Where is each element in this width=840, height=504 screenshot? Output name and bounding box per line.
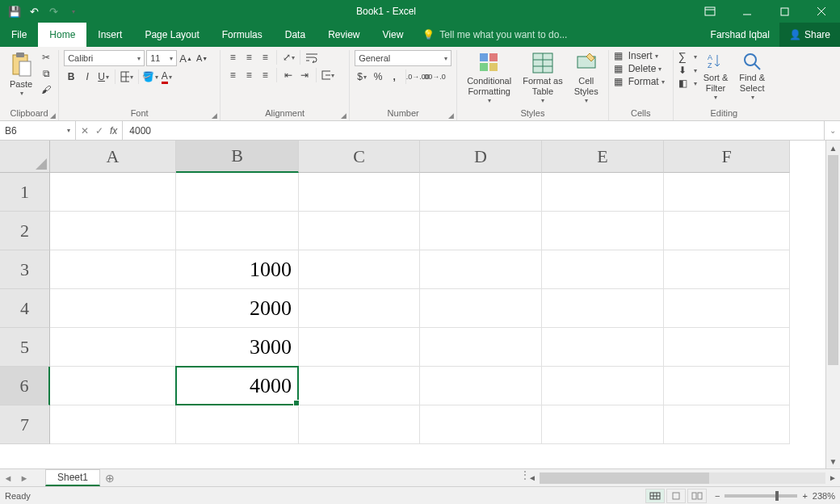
decrease-font-button[interactable]: A▼ [195, 51, 209, 65]
cell[interactable] [50, 328, 176, 367]
number-format-combo[interactable]: General▾ [355, 50, 452, 66]
underline-button[interactable]: U▾ [96, 69, 111, 84]
save-icon[interactable]: 💾 [6, 3, 23, 19]
cell[interactable] [542, 173, 664, 212]
new-sheet-button[interactable]: ⊕ [100, 469, 120, 486]
cell[interactable] [542, 289, 664, 328]
accounting-format-button[interactable]: $▾ [355, 69, 369, 84]
cell[interactable] [50, 289, 176, 328]
ribbon-display-icon[interactable] [691, 0, 729, 23]
align-bottom-button[interactable]: ≡ [258, 50, 272, 65]
cell[interactable]: 2000 [176, 289, 299, 328]
close-icon[interactable] [803, 0, 840, 23]
conditional-formatting-button[interactable]: Conditional Formatting▾ [462, 50, 516, 107]
cell[interactable] [420, 212, 542, 250]
cell[interactable] [420, 250, 542, 289]
cell[interactable] [50, 212, 176, 250]
row-header[interactable]: 5 [0, 328, 50, 367]
cell[interactable] [664, 173, 790, 212]
format-cells-button[interactable]: ▦Format▾ [614, 76, 665, 87]
cell[interactable] [299, 289, 420, 328]
font-size-combo[interactable]: 11▾ [146, 50, 177, 66]
cell[interactable] [664, 250, 790, 289]
fill-button[interactable]: ⬇▾ [678, 65, 697, 76]
column-header[interactable]: D [420, 141, 542, 173]
cell[interactable] [664, 289, 790, 328]
font-name-combo[interactable]: Calibri▾ [64, 50, 145, 66]
cell[interactable] [299, 405, 420, 444]
tab-data[interactable]: Data [274, 23, 317, 47]
cell[interactable] [420, 328, 542, 367]
zoom-out-button[interactable]: − [715, 491, 720, 501]
tab-formulas[interactable]: Formulas [211, 23, 274, 47]
scroll-up-icon[interactable]: ▲ [826, 141, 840, 155]
bold-button[interactable]: B [64, 69, 78, 84]
sort-filter-button[interactable]: AZSort & Filter▾ [699, 50, 733, 103]
sheet-nav-prev-icon[interactable]: ◄ [0, 469, 16, 486]
cell[interactable]: 3000 [176, 328, 299, 367]
row-header[interactable]: 2 [0, 212, 50, 250]
cell[interactable] [420, 367, 542, 405]
cell[interactable] [420, 405, 542, 444]
zoom-slider[interactable] [724, 494, 797, 498]
percent-format-button[interactable]: % [371, 69, 385, 84]
increase-indent-button[interactable]: ⇥ [297, 68, 312, 82]
align-top-button[interactable]: ≡ [225, 50, 240, 65]
cell[interactable]: 4000 [176, 367, 299, 405]
cell[interactable] [542, 367, 664, 405]
sheet-tab[interactable]: Sheet1 [45, 469, 100, 486]
cell[interactable] [542, 212, 664, 250]
wrap-text-button[interactable] [304, 50, 319, 65]
cell[interactable] [299, 328, 420, 367]
align-right-button[interactable]: ≡ [258, 68, 272, 82]
row-header[interactable]: 1 [0, 173, 50, 212]
tab-page-layout[interactable]: Page Layout [133, 23, 210, 47]
select-all-corner[interactable] [0, 141, 50, 173]
autosum-button[interactable]: ∑▾ [678, 50, 697, 63]
format-painter-button[interactable]: 🖌 [39, 82, 53, 97]
row-header[interactable]: 6 [0, 367, 50, 405]
alignment-dialog-icon[interactable]: ◢ [341, 111, 346, 120]
increase-font-button[interactable]: A▲ [178, 51, 193, 65]
column-header[interactable]: E [542, 141, 664, 173]
paste-button[interactable]: Paste▾ [5, 50, 37, 99]
tab-home[interactable]: Home [38, 23, 86, 47]
maximize-icon[interactable] [766, 0, 803, 23]
cell[interactable] [664, 405, 790, 444]
column-header[interactable]: F [664, 141, 790, 173]
share-button[interactable]: 👤Share [779, 23, 840, 47]
insert-function-icon[interactable]: fx [110, 125, 117, 136]
cell[interactable] [542, 405, 664, 444]
align-left-button[interactable]: ≡ [225, 68, 240, 82]
redo-icon[interactable]: ↷ [45, 3, 61, 19]
cell[interactable] [299, 212, 420, 250]
page-break-view-button[interactable] [687, 489, 707, 503]
column-header[interactable]: A [50, 141, 176, 173]
user-name[interactable]: Farshad Iqbal [701, 23, 779, 47]
cell[interactable] [50, 173, 176, 212]
clear-button[interactable]: ◧▾ [678, 78, 697, 89]
sheet-nav-next-icon[interactable]: ► [16, 469, 32, 486]
cell[interactable] [176, 405, 299, 444]
comma-format-button[interactable]: , [387, 69, 401, 84]
cell[interactable] [299, 367, 420, 405]
tab-insert[interactable]: Insert [86, 23, 133, 47]
row-header[interactable]: 3 [0, 250, 50, 289]
cell[interactable] [299, 173, 420, 212]
name-box[interactable]: B6▾ [0, 121, 76, 140]
find-select-button[interactable]: Find & Select▾ [734, 50, 770, 103]
font-color-button[interactable]: A▾ [159, 69, 174, 84]
decrease-indent-button[interactable]: ⇤ [281, 68, 296, 82]
zoom-level[interactable]: 238% [813, 491, 835, 501]
cell[interactable] [50, 250, 176, 289]
align-center-button[interactable]: ≡ [242, 68, 256, 82]
decrease-decimal-button[interactable]: .00→.0 [426, 69, 441, 84]
scroll-left-icon[interactable]: ◄ [525, 473, 540, 482]
italic-button[interactable]: I [80, 69, 94, 84]
cell[interactable] [50, 367, 176, 405]
cell[interactable] [664, 367, 790, 405]
cell[interactable] [664, 212, 790, 250]
delete-cells-button[interactable]: ▦Delete▾ [614, 63, 662, 74]
cell[interactable] [664, 328, 790, 367]
scroll-down-icon[interactable]: ▼ [826, 454, 840, 468]
